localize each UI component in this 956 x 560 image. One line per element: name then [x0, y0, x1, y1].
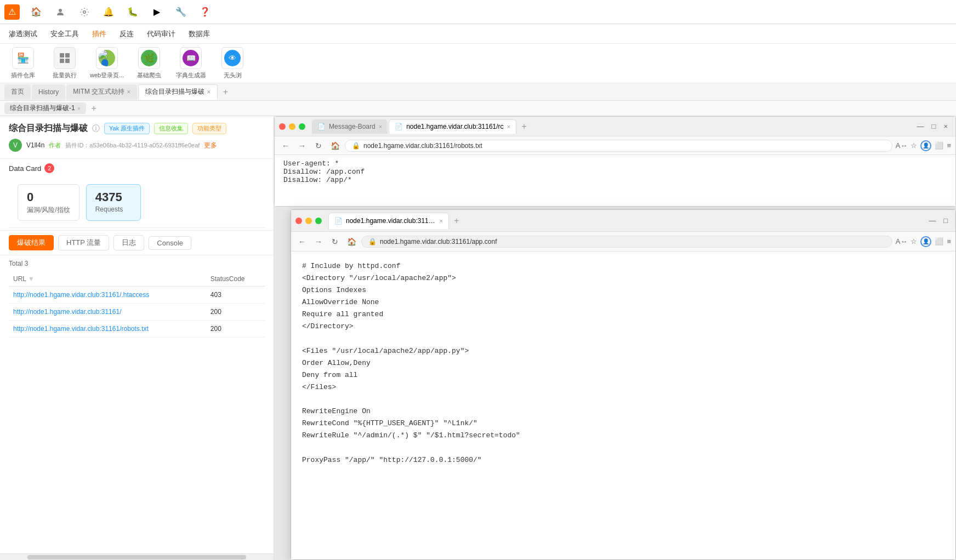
- inner-shield-icon: 🔒: [368, 238, 377, 245]
- outer-tab-add[interactable]: +: [517, 120, 531, 133]
- avatar-icon[interactable]: [53, 4, 68, 20]
- sub-tab-add[interactable]: +: [87, 102, 100, 115]
- inner-tab-appconf[interactable]: 📄 node1.hgame.vidar.club:31161/a ×: [328, 213, 449, 229]
- nav-item-plugins[interactable]: 插件: [92, 27, 106, 41]
- help-icon[interactable]: ❓: [197, 4, 213, 20]
- nav-item-pentest[interactable]: 渗透测试: [9, 27, 37, 41]
- tab-mitm-close[interactable]: ×: [127, 88, 130, 96]
- outer-refresh-btn[interactable]: ↻: [312, 139, 325, 152]
- inner-profile-icon[interactable]: 👤: [920, 236, 931, 247]
- outer-extensions-icon[interactable]: ⬜: [935, 141, 943, 150]
- sub-tab-1-close[interactable]: ×: [77, 105, 81, 112]
- outer-forward-btn[interactable]: →: [295, 139, 309, 152]
- inner-tab-close[interactable]: ×: [440, 218, 443, 224]
- outer-tab-close-2[interactable]: ×: [507, 123, 510, 130]
- action-tab-results[interactable]: 爆破结果: [9, 235, 54, 250]
- scroll-area[interactable]: [0, 553, 274, 560]
- inner-bookmark-icon[interactable]: ☆: [911, 237, 917, 245]
- inner-close-btn[interactable]: [295, 218, 302, 224]
- home-icon[interactable]: 🏠: [29, 4, 44, 20]
- outer-bookmark-icon[interactable]: ☆: [911, 141, 917, 150]
- badge-yak[interactable]: Yak 原生插件: [104, 123, 150, 134]
- plugin-dict[interactable]: 📖 字典生成器: [174, 47, 207, 79]
- nav-item-security[interactable]: 安全工具: [50, 27, 79, 41]
- inner-url-text: node1.hgame.vidar.club:31161/app.conf: [380, 238, 497, 245]
- inner-url-bar[interactable]: 🔒 node1.hgame.vidar.club:31161/app.conf: [361, 236, 892, 248]
- table-row[interactable]: http://node1.hgame.vidar.club:31161/200: [9, 304, 265, 321]
- bell-icon[interactable]: 🔔: [101, 4, 116, 20]
- main-tab-bar: 首页 History MITM 交互式劫持 × 综合目录扫描与爆破 × +: [0, 83, 956, 101]
- url-link[interactable]: http://node1.hgame.vidar.club:31161/: [13, 308, 121, 316]
- tab-home[interactable]: 首页: [4, 84, 31, 100]
- inner-refresh-btn[interactable]: ↻: [328, 235, 342, 248]
- table-row[interactable]: http://node1.hgame.vidar.club:31161/.hta…: [9, 287, 265, 304]
- settings-icon[interactable]: [77, 4, 92, 20]
- plugin-crawler[interactable]: 🌿 基础爬虫: [133, 47, 166, 79]
- tab-dir-scan[interactable]: 综合目录扫描与爆破 ×: [138, 84, 218, 100]
- tab-mitm[interactable]: MITM 交互式劫持 ×: [66, 84, 137, 100]
- card-vulnerabilities[interactable]: 0 漏洞/风险/指纹: [18, 184, 79, 221]
- right-panel: 📄 Message-Board × 📄 node1.hgame.vidar.cl…: [274, 116, 956, 560]
- badge-info[interactable]: 信息收集: [154, 123, 188, 134]
- outer-profile-icon[interactable]: 👤: [920, 140, 931, 151]
- outer-max-btn[interactable]: [299, 123, 305, 130]
- sub-tab-1[interactable]: 综合目录扫描与爆破-1 ×: [4, 102, 86, 114]
- url-filter-icon[interactable]: ▼: [28, 275, 35, 283]
- inner-menu-icon[interactable]: ≡: [947, 237, 951, 245]
- inner-min-btn[interactable]: [305, 218, 312, 224]
- inner-forward-btn[interactable]: →: [312, 235, 325, 248]
- outer-minimize-btn[interactable]: —: [914, 122, 927, 130]
- nav-item-database[interactable]: 数据库: [189, 27, 210, 41]
- action-tab-console[interactable]: Console: [149, 236, 191, 250]
- outer-min-btn[interactable]: [289, 123, 295, 130]
- inner-content-line: ProxyPass "/app/" "http://127.0.0.1:5000…: [302, 454, 944, 466]
- outer-menu-icon[interactable]: ≡: [947, 141, 951, 150]
- inner-home-btn[interactable]: 🏠: [345, 235, 358, 248]
- tab-dir-scan-close[interactable]: ×: [207, 88, 210, 96]
- outer-home-btn[interactable]: 🏠: [328, 139, 342, 152]
- url-link[interactable]: http://node1.hgame.vidar.club:31161/robo…: [13, 325, 149, 333]
- more-icon[interactable]: 更多: [204, 141, 217, 150]
- results-table: URL ▼ StatusCode http://node1.hgame.vida…: [9, 272, 265, 338]
- inner-win-minimize[interactable]: —: [925, 216, 939, 225]
- badge-func[interactable]: 功能类型: [192, 123, 226, 134]
- inner-tab-label: node1.hgame.vidar.club:31161/a: [346, 217, 436, 225]
- inner-tab-favicon: 📄: [334, 217, 343, 225]
- tools-icon[interactable]: 🔧: [173, 4, 189, 20]
- bug-icon[interactable]: 🐛: [125, 4, 140, 20]
- outer-tab-robots[interactable]: 📄 node1.hgame.vidar.club:31161/rc ×: [389, 119, 516, 134]
- outer-close-btn[interactable]: [279, 123, 286, 130]
- warning-icon[interactable]: ⚠: [4, 4, 20, 20]
- outer-tab-close-1[interactable]: ×: [379, 123, 382, 130]
- browser-inner-window: 📄 node1.hgame.vidar.club:31161/a × + — □…: [291, 209, 956, 560]
- outer-url-bar[interactable]: 🔒 node1.hgame.vidar.club:31161/robots.tx…: [345, 140, 892, 152]
- plugin-batch[interactable]: 批量执行: [48, 47, 81, 79]
- outer-translate-icon[interactable]: A↔: [896, 141, 908, 150]
- url-link[interactable]: http://node1.hgame.vidar.club:31161/.hta…: [13, 291, 149, 299]
- plugin-store[interactable]: 🏪 插件仓库: [7, 47, 39, 79]
- plugin-headless[interactable]: 👁 无头浏: [216, 47, 249, 79]
- card-requests[interactable]: 4375 Requests: [86, 184, 141, 221]
- outer-back-btn[interactable]: ←: [279, 139, 292, 152]
- plugin-web-login[interactable]: web登录页...: [90, 47, 124, 79]
- terminal-icon[interactable]: ▶: [149, 4, 164, 20]
- inner-content-line: [302, 393, 944, 405]
- inner-tab-add[interactable]: +: [450, 214, 463, 227]
- outer-tab-message-board[interactable]: 📄 Message-Board ×: [312, 119, 388, 134]
- inner-max-btn[interactable]: [315, 218, 322, 224]
- outer-maximize-btn[interactable]: □: [929, 122, 940, 130]
- inner-extensions-icon[interactable]: ⬜: [935, 237, 943, 245]
- action-tab-log[interactable]: 日志: [113, 235, 144, 250]
- nav-item-reverse[interactable]: 反连: [120, 27, 134, 41]
- sub-tab-bar: 综合目录扫描与爆破-1 × +: [0, 101, 956, 116]
- inner-translate-icon[interactable]: A↔: [896, 237, 908, 245]
- table-row[interactable]: http://node1.hgame.vidar.club:31161/robo…: [9, 321, 265, 338]
- action-tab-http[interactable]: HTTP 流量: [58, 235, 109, 250]
- inner-back-btn[interactable]: ←: [295, 235, 309, 248]
- inner-win-maximize[interactable]: □: [940, 216, 951, 225]
- tab-history[interactable]: History: [32, 84, 65, 100]
- help-circle-icon[interactable]: ⓘ: [92, 124, 100, 134]
- nav-item-code-audit[interactable]: 代码审计: [147, 27, 175, 41]
- tab-add-button[interactable]: +: [219, 85, 232, 99]
- outer-close-x-btn[interactable]: ×: [940, 122, 951, 130]
